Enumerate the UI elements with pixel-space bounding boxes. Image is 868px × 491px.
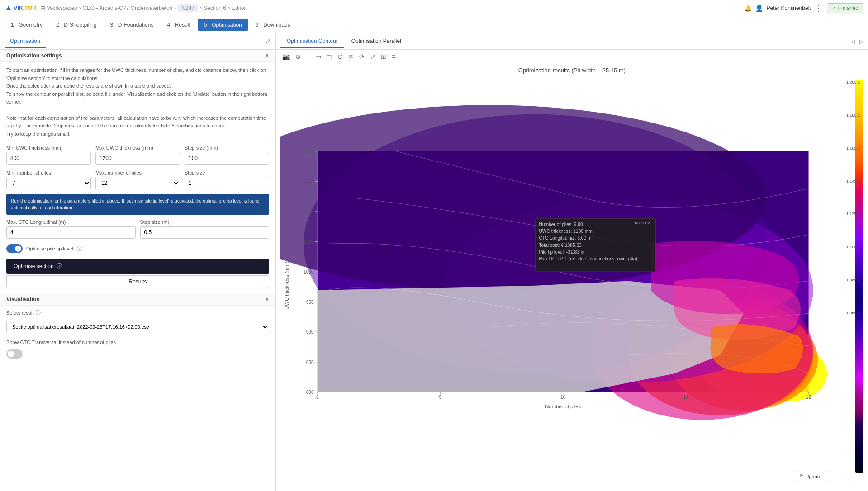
visualisation-header: Visualisation ∧ — [0, 293, 275, 306]
tab-downloads[interactable]: 6 - Downloads — [249, 19, 297, 31]
tab-d-foundations[interactable]: 3 - D-Foundations — [104, 19, 160, 31]
chart-title: Optimization results (Pit width = 25.15 … — [276, 63, 868, 76]
collapse-settings-btn[interactable]: ∧ — [265, 52, 269, 59]
show-ctc-toggle[interactable] — [6, 349, 23, 359]
y-axis-label: UWC thickness (mm) — [284, 261, 289, 310]
expand-left-icon[interactable]: ◁ — [851, 38, 855, 45]
select-rect-icon[interactable]: ▭ — [313, 52, 323, 61]
results-btn-label: Results — [128, 279, 147, 285]
more-menu[interactable]: ⋮ — [815, 3, 823, 13]
zoom-in-icon[interactable]: ⊕ — [294, 52, 303, 61]
breadcrumb-item[interactable]: N247 — [178, 4, 198, 12]
colorbar-label-6: 1.085.2 — [846, 278, 863, 282]
step-piles-input[interactable] — [185, 177, 269, 189]
pile-tip-toggle-row: Optimise pile tip level ⓘ — [0, 241, 275, 256]
max-ctc-input[interactable] — [6, 226, 136, 239]
select-result-row: Select result ⓘ — [0, 306, 275, 320]
collapse-vis-btn[interactable]: ∧ — [265, 296, 269, 302]
breadcrumb-view[interactable]: Editor — [232, 5, 246, 11]
svg-text:Number of piles: 9.00: Number of piles: 9.00 — [539, 222, 583, 227]
pile-tip-toggle[interactable] — [6, 244, 23, 253]
colorbar-label-4: 1.125.2 — [846, 212, 863, 216]
chart-area: UWC thickness (mm) — [276, 76, 868, 491]
svg-text:1200: 1200 — [304, 149, 314, 154]
user-icon: 👤 — [755, 5, 763, 12]
svg-text:Max UC: 0.91 (uc_steel_connect: Max UC: 0.91 (uc_steel_connections_uwc_g… — [539, 256, 637, 261]
max-piles-select[interactable]: 121011 — [95, 177, 180, 189]
min-uwc-label: Min UWC thickness (mm) — [6, 145, 91, 151]
chart-wrapper: UWC thickness (mm) — [280, 76, 836, 486]
step-mm-label: Step size (mm) — [185, 145, 269, 151]
max-uwc-group: Max UWC thickness (mm) — [95, 145, 180, 165]
logo-icon: ▲ — [5, 3, 13, 13]
step-ctc-input[interactable] — [140, 226, 270, 239]
step-mm-group: Step size (mm) — [185, 145, 269, 165]
breadcrumb-sep3: › — [200, 5, 202, 11]
results-button[interactable]: Results — [6, 275, 269, 288]
breadcrumb-sep1: › — [79, 5, 81, 11]
svg-text:10: 10 — [560, 395, 566, 400]
notifications-icon[interactable]: 🔔 — [744, 5, 752, 12]
tab-d-sheetpiling[interactable]: 2 - D-Sheetpiling — [50, 19, 103, 31]
logo-text2: TOR — [24, 5, 37, 11]
tooltip-group: Number of piles: 9.00 UWC thickness: 110… — [535, 218, 655, 272]
tab-optimisation[interactable]: 5 - Optimisation — [198, 19, 248, 31]
min-piles-select[interactable]: 78910 — [6, 177, 91, 189]
update-icon: ↻ — [800, 473, 804, 479]
panel-tab-bar: Optimisation ⤢ — [0, 33, 275, 50]
tab-geometry[interactable]: 1 - Geometry — [5, 19, 49, 31]
tab-optimisation-contour[interactable]: Optimisation Contour — [280, 35, 344, 48]
breadcrumb-project[interactable]: GEO - Arcadis-C77 Onderwaterbeton — [83, 5, 173, 11]
camera-icon[interactable]: 📷 — [280, 52, 292, 61]
workspaces-icon[interactable]: ⊞ — [40, 5, 46, 12]
piles-row: Min. number of piles 78910 Max. number o… — [0, 167, 275, 192]
colorbar-label-0: 1.205.2 — [846, 80, 863, 85]
tab-result[interactable]: 4 - Result — [161, 19, 196, 31]
cross-icon[interactable]: ✕ — [346, 52, 356, 61]
breadcrumb-workspaces[interactable]: Workspaces — [47, 5, 77, 11]
colorbar-label-5: 1.105.2 — [846, 245, 863, 249]
check-icon: ✓ — [832, 5, 836, 11]
optimise-info-icon: ⓘ — [57, 262, 62, 270]
top-nav: ▲ VIKTOR ⊞ Workspaces › GEO - Arcadis-C7… — [0, 0, 868, 16]
panel-tab-optimisation[interactable]: Optimisation — [5, 35, 46, 48]
update-button[interactable]: ↻ Update — [794, 471, 827, 482]
show-ctc-toggle-row — [0, 348, 275, 360]
svg-text:11: 11 — [683, 395, 688, 400]
select-result-info[interactable]: ⓘ — [36, 309, 41, 316]
breadcrumb-section[interactable]: Section 6 — [204, 5, 226, 11]
expand-right-icon[interactable]: ▷ — [859, 38, 863, 45]
tab-optimisation-parallel[interactable]: Optimisation Parallel — [345, 35, 408, 48]
pile-tip-info-icon[interactable]: ⓘ — [77, 245, 82, 253]
show-ctc-row: Show CTC Transversal instead of number o… — [0, 337, 275, 348]
reset-icon[interactable]: ⟳ — [357, 52, 366, 61]
add-icon[interactable]: + — [304, 52, 312, 61]
autoscale-icon[interactable]: ⤢ — [368, 52, 377, 61]
grid-icon[interactable]: ⊞ — [379, 52, 388, 61]
main-layout: Optimisation ⤢ Optimisation settings ∧ T… — [0, 33, 868, 491]
step-piles-label: Step size — [185, 170, 269, 175]
colorbar-label-2: 1.165.2 — [846, 146, 863, 151]
svg-text:800: 800 — [306, 390, 314, 395]
settings-title: Optimisation settings — [6, 52, 62, 59]
breadcrumb: ⊞ Workspaces › GEO - Arcadis-C77 Onderwa… — [40, 4, 246, 12]
max-ctc-label: Max. CTC Longitudinal (m) — [6, 219, 136, 225]
result-file-select[interactable]: Sectie optimalisatieresultaat: 2022-09-2… — [6, 321, 269, 333]
zoom-out-icon[interactable]: ⊖ — [336, 52, 345, 61]
update-label: Update — [806, 474, 821, 479]
svg-text:9: 9 — [439, 395, 441, 400]
svg-text:950: 950 — [306, 300, 314, 305]
breadcrumb-sep4: › — [228, 5, 230, 11]
right-panel: Optimisation Contour Optimisation Parall… — [276, 33, 868, 491]
max-uwc-input[interactable] — [95, 152, 180, 165]
list-icon[interactable]: ≡ — [390, 52, 397, 61]
panel-expand-icon[interactable]: ⤢ — [265, 37, 271, 46]
select-lasso-icon[interactable]: ◻ — [325, 52, 334, 61]
svg-text:1000: 1000 — [304, 269, 314, 274]
left-panel: Optimisation ⤢ Optimisation settings ∧ T… — [0, 33, 276, 491]
svg-text:12: 12 — [806, 395, 811, 400]
optimise-section-button[interactable]: Optimise section ⓘ — [6, 259, 269, 274]
min-uwc-group: Min UWC thickness (mm) — [6, 145, 91, 165]
min-uwc-input[interactable] — [6, 152, 91, 165]
step-mm-input[interactable] — [185, 152, 269, 165]
